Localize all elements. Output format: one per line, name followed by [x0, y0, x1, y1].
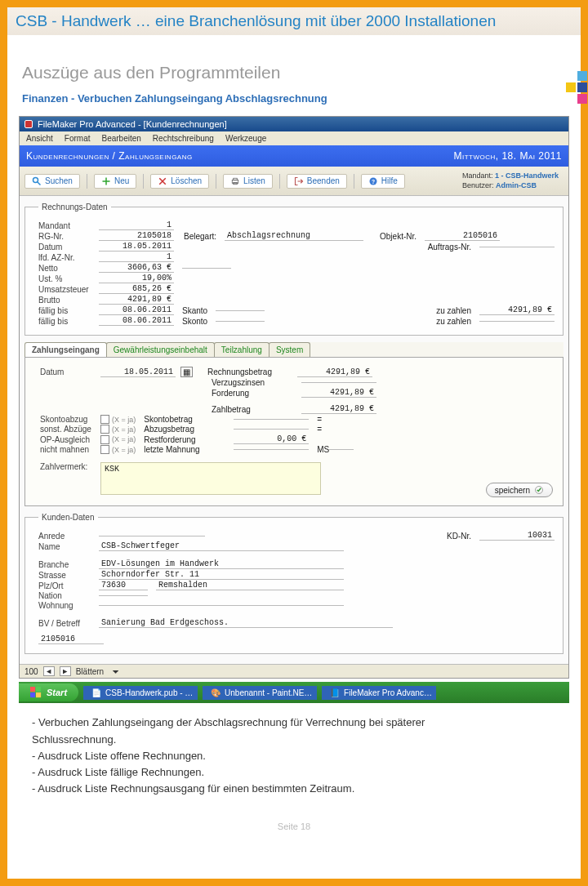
field-value [99, 536, 205, 536]
field-label: letzte Mahnung [144, 445, 234, 454]
field-value[interactable]: 4291,89 € [301, 404, 376, 414]
separator [354, 174, 354, 189]
customer-data-group: Kunden-Daten Anrede KD-Nr. 10031 NameCSB… [24, 513, 564, 654]
field-value: EDV-Lösungen im Handwerk [99, 559, 344, 569]
tab-zahlungseingang[interactable]: Zahlungseingang [24, 342, 107, 357]
field-label: OP-Ausgleich [40, 435, 100, 444]
invoice-data-group: Rechnungs-Daten Mandant1 RG-Nr. 2105018 … [24, 203, 564, 336]
field-label: Mandant [38, 221, 99, 230]
field-label: Skontobetrag [144, 415, 234, 424]
field-label: Netto [38, 264, 99, 273]
document-page: CSB - Handwerk … eine Branchenlösung mit… [0, 0, 588, 886]
field-value [182, 268, 231, 269]
field-value [479, 247, 555, 247]
object-ref: 2105016 [38, 634, 104, 644]
taskbar-item[interactable]: 🎨Unbenannt - Paint.NE… [203, 686, 317, 700]
field-label: Rechnungsbetrag [207, 367, 297, 376]
printer-icon [230, 176, 240, 186]
field-label: Anrede [38, 532, 99, 541]
form-canvas: Rechnungs-Daten Mandant1 RG-Nr. 2105018 … [20, 196, 568, 664]
breadcrumb: Kundenrechnungen / Zahlungseingang [26, 150, 193, 162]
separator [279, 174, 280, 189]
tab-gewaehrleistung[interactable]: Gewährleistungseinbehalt [106, 342, 215, 357]
field-value: Schorndorfer Str. 11 [99, 570, 344, 580]
tab-teilzahlung[interactable]: Teilzahlung [214, 342, 270, 357]
field-label: Nation [38, 591, 99, 600]
field-value: 10031 [479, 531, 555, 541]
exit-icon [294, 176, 304, 186]
checkbox[interactable] [100, 425, 109, 434]
field-value: 0,00 € [234, 434, 309, 444]
record-count: 100 [24, 667, 38, 676]
nav-prev-button[interactable]: ◄ [43, 666, 55, 676]
nav-next-button[interactable]: ► [60, 666, 71, 676]
plus-icon [101, 176, 111, 186]
field-label: Branche [38, 560, 99, 569]
check-icon [534, 485, 544, 495]
field-label: nicht mahnen [40, 445, 100, 454]
menu-item[interactable]: Format [65, 134, 91, 143]
field-value: 1 [99, 220, 174, 230]
menu-item[interactable]: Bearbeiten [101, 134, 140, 143]
checkbox[interactable] [100, 445, 109, 454]
field-label: BV / Betreff [38, 619, 99, 628]
new-button[interactable]: Neu [94, 174, 136, 189]
field-label: zu zahlen [436, 317, 471, 326]
list-item: - Verbuchen Zahlungseingang der Abschlag… [32, 715, 561, 747]
field-label: Verzugszinsen [212, 378, 301, 387]
separator [87, 174, 87, 189]
field-label: Skontoabzug [40, 415, 100, 424]
quit-button[interactable]: Beenden [287, 174, 347, 189]
svg-rect-3 [234, 178, 238, 180]
sub-heading: Finanzen - Verbuchen Zahlungseingang Abs… [22, 92, 569, 105]
field-value [301, 382, 376, 383]
date-field[interactable]: 18.05.2011 [100, 367, 176, 377]
list-item: - Ausdruck Liste Rechnungsausgang für ei… [32, 781, 561, 797]
menu-item[interactable]: Rechtschreibung [153, 134, 214, 143]
field-value: 4291,89 € [301, 388, 376, 398]
page-footer: Seite 18 [19, 821, 569, 831]
field-label: Wohnung [38, 601, 99, 610]
field-value: 08.06.2011 [99, 316, 174, 326]
svg-rect-11 [36, 692, 41, 697]
menu-item[interactable]: Werkzeuge [225, 134, 266, 143]
field-label: Ust. % [38, 274, 99, 283]
field-label: Zahlvermerk: [40, 462, 100, 471]
tab-system[interactable]: System [269, 342, 310, 357]
field-value: 3606,63 € [99, 263, 174, 273]
field-value: Abschlagsrechnung [225, 231, 363, 241]
taskbar-item[interactable]: 📄CSB-Handwerk.pub - … [83, 686, 198, 700]
help-button[interactable]: ? Hilfe [361, 174, 405, 189]
field-label: fällig bis [38, 306, 99, 315]
list-button[interactable]: Listen [223, 174, 273, 189]
checkbox[interactable] [100, 415, 109, 424]
svg-rect-8 [30, 687, 35, 692]
doc-title: CSB - Handwerk … eine Branchenlösung mit… [7, 7, 581, 35]
calendar-icon[interactable]: ▦ [180, 367, 193, 377]
save-button[interactable]: speichern [486, 483, 553, 497]
taskbar-item[interactable]: 📘FileMaker Pro Advanc… [322, 686, 436, 700]
field-value: 4291,89 € [297, 367, 372, 377]
field-value: 1 [99, 252, 174, 262]
field-label: Datum [38, 243, 99, 252]
search-button[interactable]: Suchen [24, 174, 80, 189]
field-value: 08.06.2011 [99, 305, 174, 315]
checkbox[interactable] [100, 435, 109, 444]
note-textarea[interactable]: KSK [100, 462, 321, 495]
field-value [234, 429, 309, 430]
question-icon: ? [368, 176, 378, 186]
field-label: Umsatzsteuer [38, 285, 99, 294]
field-value: Sanierung Bad Erdgeschoss. [99, 618, 393, 628]
start-button[interactable]: Start [19, 683, 78, 701]
group-legend: Kunden-Daten [38, 513, 98, 522]
app-titlebar: FileMaker Pro Advanced - [Kundenrechnung… [20, 117, 568, 131]
field-label: Zahlbetrag [212, 405, 301, 414]
svg-point-0 [33, 177, 38, 182]
delete-button[interactable]: Löschen [150, 174, 209, 189]
browse-label: Blättern [76, 667, 104, 676]
field-value: 685,26 € [99, 284, 174, 294]
field-value [234, 419, 309, 420]
field-value [216, 321, 265, 322]
field-label: Skonto [182, 317, 207, 326]
menu-item[interactable]: Ansicht [26, 134, 53, 143]
